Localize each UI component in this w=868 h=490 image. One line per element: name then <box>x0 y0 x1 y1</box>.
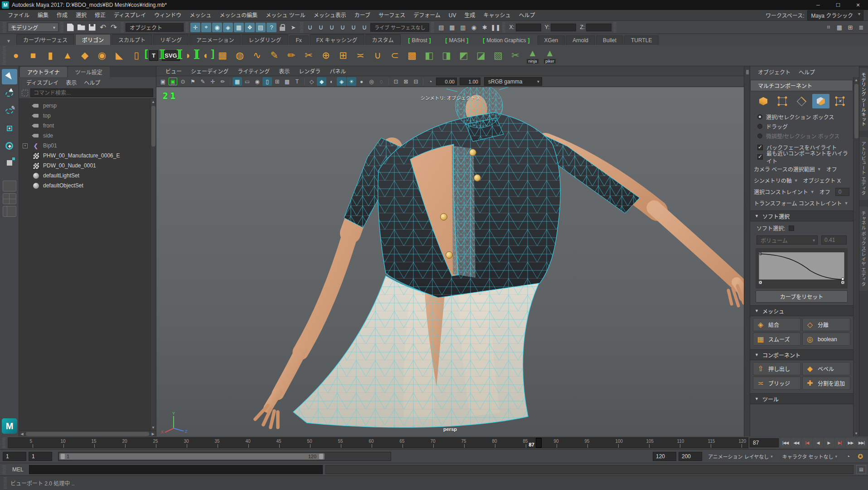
playback-end-field[interactable] <box>653 452 676 461</box>
menu-item[interactable]: サーフェス <box>374 12 409 19</box>
poly-platonic-icon[interactable]: ◆ <box>77 47 93 64</box>
menu-item[interactable]: 選択 <box>72 12 91 19</box>
view-transform-dropdown[interactable]: sRGB gamma <box>484 77 542 86</box>
mask-curve-icon[interactable]: ❖ <box>245 23 255 32</box>
poly-cube-icon[interactable]: ■ <box>25 47 41 64</box>
outliner-item[interactable]: PHW_00_Manufacture_0006_E <box>19 151 150 161</box>
auto-keyframe-icon[interactable]: ✪ <box>855 451 865 461</box>
resolution-gate-icon[interactable]: ◉ <box>252 77 262 86</box>
svg-tool-icon[interactable]: SVG <box>163 47 179 64</box>
shelf-tab[interactable]: カスタム <box>365 34 401 45</box>
highlight-checkbox[interactable]: 最も近いコンポーネントをハイライト <box>750 152 853 162</box>
bookmark-icon[interactable]: ⚑ <box>188 77 198 86</box>
shelf-tab[interactable]: カーブ/サーフェス <box>16 34 74 45</box>
shelf-tab[interactable]: ポリゴン <box>75 34 111 45</box>
multi-component-button[interactable]: マルチコンポーネント <box>750 80 853 91</box>
camera-attributes-icon[interactable]: ▣ <box>168 77 178 86</box>
move-tool[interactable] <box>2 121 17 136</box>
isolate-select-icon[interactable]: ⊡ <box>391 77 401 86</box>
select-component-icon[interactable]: ◉ <box>212 23 222 32</box>
close-button[interactable]: ✕ <box>848 0 868 10</box>
snap-projected-center-icon[interactable]: ∪ <box>338 23 348 32</box>
toolkit-dropdown-row[interactable]: シンメトリの軸 ▼ オブジェクト X <box>750 175 853 186</box>
outliner-menu[interactable]: 表示 <box>62 78 80 86</box>
mesh-command-button[interactable]: ◎ boolean <box>802 333 850 346</box>
outliner-hscrollbar[interactable]: ◀▶ <box>19 431 156 436</box>
play-forwards-button[interactable]: ▶ <box>824 438 834 448</box>
coord-input[interactable] <box>516 24 541 31</box>
field-chart-icon[interactable]: ⊞ <box>272 77 282 86</box>
edge-tab[interactable]: チャネル ボックス/レイヤ エディタ <box>859 206 868 291</box>
make-live-icon[interactable]: ∪ <box>359 23 369 32</box>
grease-pencil-icon[interactable]: ✏ <box>218 77 228 86</box>
playback-start-field[interactable] <box>29 452 52 461</box>
go-to-end-button[interactable]: ▶▶| <box>856 438 867 448</box>
xray-joints-icon[interactable]: ⊟ <box>411 77 421 86</box>
menu-item[interactable]: ウィンドウ <box>150 12 185 19</box>
section-grip[interactable] <box>502 22 505 32</box>
paint-select-tool[interactable] <box>2 103 17 119</box>
shelf-tab[interactable]: MASH <box>439 35 475 45</box>
snap-point-icon[interactable]: ∪ <box>327 23 337 32</box>
face-mode-icon[interactable] <box>812 94 829 108</box>
outliner-item[interactable]: PDW_00_Nude_0001 <box>19 161 150 171</box>
mask-mesh-icon[interactable]: ◈ <box>223 23 233 32</box>
viewport-menu[interactable]: 表示 <box>274 67 294 75</box>
constraint-count-field[interactable]: 0 <box>835 188 849 196</box>
title-bar[interactable]: M Autodesk Maya 2017: D:¥BDO_mods¥BD Mes… <box>0 0 868 10</box>
viewport-menu[interactable]: ライティング <box>233 67 274 75</box>
pane-camera-icon[interactable]: ▣ <box>158 77 168 86</box>
outliner-item[interactable]: top <box>19 111 150 121</box>
mesh-command-button[interactable]: ◈ 結合 <box>753 318 801 331</box>
falloff-curve-widget[interactable] <box>756 248 848 289</box>
shelf-tab[interactable]: Arnold <box>566 35 595 45</box>
render-setup-icon[interactable]: ❚❚ <box>490 23 500 32</box>
snap-view-plane-icon[interactable]: ∪ <box>349 23 359 32</box>
outliner-tree[interactable]: persp top front <box>19 99 156 431</box>
viewport-menu[interactable]: ビュー <box>161 67 186 75</box>
menu-item[interactable]: メッシュ <box>185 12 215 19</box>
scene-3d-model[interactable] <box>156 66 744 436</box>
menus-toggle-icon[interactable]: ≣ <box>856 23 866 32</box>
menu-item[interactable]: ファイル <box>4 12 34 19</box>
script-editor-icon[interactable]: ▤ <box>856 465 866 474</box>
construction-history-icon[interactable]: ▤ <box>436 23 446 32</box>
shelf-tab[interactable]: スカルプト <box>112 34 152 45</box>
outliner-item[interactable]: front <box>19 121 150 131</box>
shelf-tab[interactable]: TURTLE <box>624 35 659 45</box>
multi-cut-icon[interactable]: ✂ <box>301 47 317 64</box>
highlight-selection-icon[interactable]: ➤ <box>288 23 298 32</box>
component-command-button[interactable]: ⇧ 押し出し <box>753 362 801 375</box>
shelf-tab[interactable]: FX キャッシング <box>310 34 364 45</box>
poly-plane-icon[interactable]: ▦ <box>214 47 231 64</box>
ipr-render-icon[interactable]: ◉ <box>469 23 479 32</box>
poly-helix-icon[interactable]: ∿ <box>249 47 265 64</box>
quad-draw-icon[interactable]: ✏ <box>283 47 300 64</box>
section-grip[interactable] <box>4 477 7 489</box>
minimize-button[interactable]: ─ <box>808 0 828 10</box>
panel-splitter[interactable] <box>744 66 750 436</box>
poly-torus-icon[interactable]: ◉ <box>94 47 110 64</box>
reset-curve-button[interactable]: カーブをリセット <box>756 290 848 303</box>
mesh-command-button[interactable]: ▦ スムーズ <box>753 333 801 346</box>
film-gate-icon[interactable]: ▭ <box>242 77 252 86</box>
play-backwards-button[interactable]: ◀ <box>813 438 823 448</box>
use-all-lights-icon[interactable]: ☀ <box>347 77 356 86</box>
command-search-input[interactable] <box>30 88 153 97</box>
vertex-mode-icon[interactable] <box>774 94 791 108</box>
step-forward-key-button[interactable]: ▶| <box>834 438 845 448</box>
undo-icon[interactable]: ↶ <box>98 23 108 32</box>
select-tool[interactable] <box>2 69 17 84</box>
mask-misc-icon[interactable]: ? <box>267 23 276 32</box>
outliner-item[interactable]: defaultObjectSet <box>19 181 150 191</box>
selection-style-radio[interactable]: 微調整/セレクション ボックス <box>750 131 853 141</box>
selection-mode-field[interactable]: オブジェクト <box>126 23 184 32</box>
section-grip[interactable] <box>3 46 6 64</box>
open-render-view-icon[interactable]: ▦ <box>447 23 457 32</box>
safe-action-icon[interactable]: ▩ <box>282 77 292 86</box>
section-grip[interactable] <box>185 22 189 32</box>
layout-four-button[interactable] <box>3 193 16 204</box>
shelf-tab[interactable]: リギング <box>153 34 189 45</box>
poly-gear-icon[interactable]: ◖ <box>197 47 213 64</box>
new-scene-icon[interactable] <box>65 23 75 32</box>
